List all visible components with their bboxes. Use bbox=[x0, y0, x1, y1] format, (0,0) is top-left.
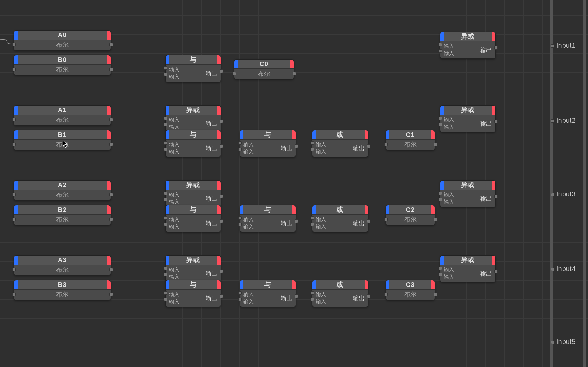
port-dot-icon[interactable] bbox=[220, 270, 223, 273]
port-dot-icon[interactable] bbox=[439, 117, 442, 120]
node-XORo1[interactable]: 异或输入输入输出 bbox=[440, 32, 496, 59]
port-dot-icon[interactable] bbox=[164, 66, 167, 70]
group-input-input4[interactable]: Input4 bbox=[556, 265, 576, 273]
port-dot-icon[interactable] bbox=[109, 218, 113, 221]
port-dot-icon[interactable] bbox=[12, 268, 16, 271]
port-dot-icon[interactable] bbox=[164, 291, 167, 295]
port-dot-icon[interactable] bbox=[164, 73, 167, 76]
port-dot-icon[interactable] bbox=[164, 223, 167, 226]
node-AND3a[interactable]: 与输入输入输出 bbox=[165, 280, 221, 307]
port-dot-icon[interactable] bbox=[238, 148, 242, 151]
port-dot-icon[interactable] bbox=[164, 117, 167, 120]
port-dot-icon[interactable] bbox=[238, 141, 242, 145]
port-dot-icon[interactable] bbox=[220, 195, 223, 198]
port-dot-icon[interactable] bbox=[551, 341, 554, 344]
port-dot-icon[interactable] bbox=[233, 72, 236, 75]
port-dot-icon[interactable] bbox=[238, 216, 242, 220]
port-dot-icon[interactable] bbox=[220, 144, 223, 148]
node-XORo3[interactable]: 异或输入输入输出 bbox=[440, 180, 496, 207]
node-AND1a[interactable]: 与输入输入输出 bbox=[165, 130, 221, 157]
port-dot-icon[interactable] bbox=[109, 43, 113, 46]
port-dot-icon[interactable] bbox=[164, 141, 167, 145]
port-dot-icon[interactable] bbox=[238, 298, 242, 301]
node-C2[interactable]: C2布尔 bbox=[386, 205, 435, 225]
node-AND2b[interactable]: 与输入输入输出 bbox=[240, 205, 296, 232]
node-AND0[interactable]: 与输入输入输出 bbox=[165, 55, 221, 82]
port-dot-icon[interactable] bbox=[439, 123, 442, 126]
group-input-input1[interactable]: Input1 bbox=[556, 42, 576, 50]
port-dot-icon[interactable] bbox=[220, 219, 223, 223]
port-dot-icon[interactable] bbox=[434, 293, 437, 296]
port-dot-icon[interactable] bbox=[551, 44, 554, 48]
port-dot-icon[interactable] bbox=[551, 119, 554, 123]
port-dot-icon[interactable] bbox=[109, 143, 113, 146]
port-dot-icon[interactable] bbox=[164, 198, 167, 201]
port-dot-icon[interactable] bbox=[109, 68, 113, 71]
port-dot-icon[interactable] bbox=[434, 143, 437, 146]
port-dot-icon[interactable] bbox=[238, 223, 242, 226]
node-B0[interactable]: B0布尔 bbox=[14, 55, 111, 75]
port-dot-icon[interactable] bbox=[551, 193, 554, 196]
port-dot-icon[interactable] bbox=[12, 293, 16, 296]
port-dot-icon[interactable] bbox=[12, 43, 16, 46]
port-dot-icon[interactable] bbox=[220, 294, 223, 298]
port-dot-icon[interactable] bbox=[367, 144, 370, 148]
node-B3[interactable]: B3布尔 bbox=[14, 280, 111, 300]
port-dot-icon[interactable] bbox=[311, 223, 314, 226]
port-dot-icon[interactable] bbox=[384, 218, 388, 221]
node-C3[interactable]: C3布尔 bbox=[386, 280, 435, 300]
port-dot-icon[interactable] bbox=[494, 46, 498, 50]
node-A1[interactable]: A1布尔 bbox=[14, 105, 111, 126]
port-dot-icon[interactable] bbox=[311, 291, 314, 295]
node-C0[interactable]: C0布尔 bbox=[234, 59, 294, 79]
node-XORo4[interactable]: 异或输入输入输出 bbox=[440, 255, 496, 282]
group-input-input3[interactable]: Input3 bbox=[556, 190, 576, 198]
port-dot-icon[interactable] bbox=[439, 273, 442, 276]
port-dot-icon[interactable] bbox=[311, 141, 314, 145]
port-dot-icon[interactable] bbox=[311, 216, 314, 220]
node-B1[interactable]: B1布尔 bbox=[14, 130, 111, 150]
port-dot-icon[interactable] bbox=[551, 268, 554, 271]
port-dot-icon[interactable] bbox=[12, 218, 16, 221]
port-dot-icon[interactable] bbox=[439, 198, 442, 201]
port-dot-icon[interactable] bbox=[384, 143, 388, 146]
node-AND2a[interactable]: 与输入输入输出 bbox=[165, 205, 221, 232]
port-dot-icon[interactable] bbox=[220, 120, 223, 123]
port-dot-icon[interactable] bbox=[439, 43, 442, 46]
node-OR1[interactable]: 或输入输入输出 bbox=[312, 130, 368, 157]
port-dot-icon[interactable] bbox=[311, 148, 314, 151]
node-XOR3[interactable]: 异或输入输入输出 bbox=[165, 255, 221, 282]
node-XOR2[interactable]: 异或输入输入输出 bbox=[165, 180, 221, 207]
port-dot-icon[interactable] bbox=[439, 192, 442, 195]
port-dot-icon[interactable] bbox=[295, 294, 298, 298]
node-XOR1[interactable]: 异或输入输入输出 bbox=[165, 105, 221, 132]
port-dot-icon[interactable] bbox=[295, 144, 298, 148]
panel-edge-strip[interactable] bbox=[550, 0, 553, 367]
node-A3[interactable]: A3布尔 bbox=[14, 255, 111, 276]
port-dot-icon[interactable] bbox=[293, 72, 296, 75]
port-dot-icon[interactable] bbox=[12, 118, 16, 121]
node-B2[interactable]: B2布尔 bbox=[14, 205, 111, 225]
port-dot-icon[interactable] bbox=[109, 268, 113, 271]
node-XORo2[interactable]: 异或输入输入输出 bbox=[440, 105, 496, 132]
group-input-input5[interactable]: Input5 bbox=[556, 338, 576, 346]
port-dot-icon[interactable] bbox=[434, 218, 437, 221]
port-dot-icon[interactable] bbox=[109, 118, 113, 121]
port-dot-icon[interactable] bbox=[164, 298, 167, 301]
port-dot-icon[interactable] bbox=[439, 267, 442, 270]
node-A0[interactable]: A0布尔 bbox=[14, 30, 111, 51]
port-dot-icon[interactable] bbox=[494, 270, 498, 273]
port-dot-icon[interactable] bbox=[164, 123, 167, 126]
port-dot-icon[interactable] bbox=[494, 195, 498, 198]
port-dot-icon[interactable] bbox=[164, 273, 167, 276]
node-AND3b[interactable]: 与输入输入输出 bbox=[240, 280, 296, 307]
port-dot-icon[interactable] bbox=[12, 193, 16, 196]
port-dot-icon[interactable] bbox=[384, 293, 388, 296]
port-dot-icon[interactable] bbox=[164, 267, 167, 270]
group-input-input2[interactable]: Input2 bbox=[556, 117, 576, 125]
port-dot-icon[interactable] bbox=[164, 216, 167, 220]
port-dot-icon[interactable] bbox=[12, 143, 16, 146]
port-dot-icon[interactable] bbox=[164, 148, 167, 151]
port-dot-icon[interactable] bbox=[164, 192, 167, 195]
port-dot-icon[interactable] bbox=[12, 68, 16, 71]
